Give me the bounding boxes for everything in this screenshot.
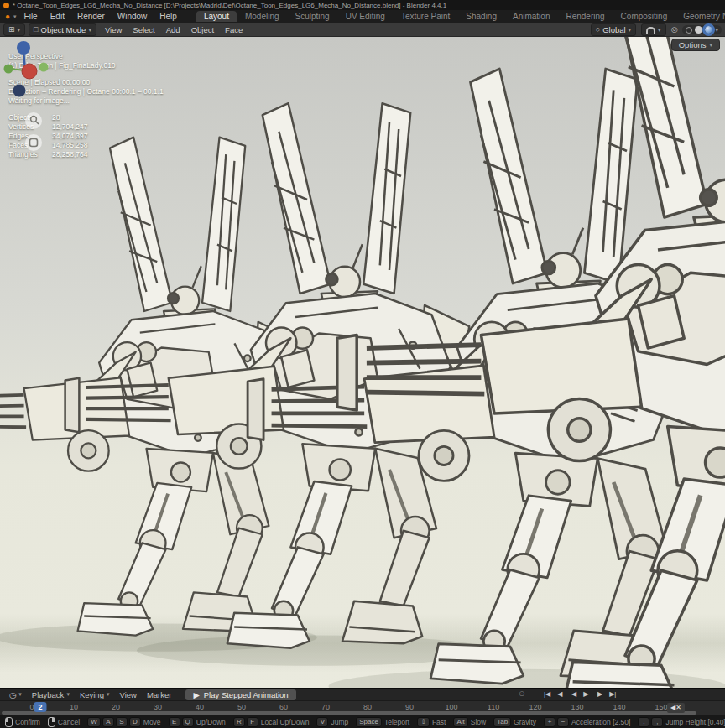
chevron-down-icon: ▾: [629, 27, 632, 34]
keymap-hint: RF Local Up/Down: [233, 717, 310, 727]
header-menu-item[interactable]: View: [100, 25, 127, 34]
menu-item[interactable]: Render: [71, 11, 111, 22]
hint-label: Jump: [331, 718, 348, 726]
chevron-down-icon: ▾: [715, 27, 718, 34]
jump-to-end-button[interactable]: ▶|: [607, 689, 618, 699]
hint-label: Jump Height [0.40]: [665, 718, 725, 726]
gizmo-y-neg-axis[interactable]: [39, 63, 49, 72]
frame-tick-label: 110: [488, 703, 499, 711]
workspace-tab[interactable]: Shading: [458, 11, 504, 22]
workspace-tab[interactable]: Rendering: [558, 11, 612, 22]
auto-keying-icon[interactable]: ⊙: [519, 689, 525, 698]
snap-magnet-icon: [646, 27, 655, 34]
frame-tick-label: 120: [529, 703, 541, 711]
left-mouse-icon: [5, 717, 13, 727]
pan-tool-button[interactable]: [25, 134, 42, 151]
blender-logo-icon[interactable]: ●: [5, 12, 10, 21]
workspace-tab[interactable]: Compositing: [613, 11, 675, 22]
timeline-editor-button[interactable]: ◷ ▾: [5, 690, 26, 699]
right-mouse-icon: [48, 717, 55, 727]
navigation-gizmo[interactable]: [0, 37, 50, 163]
workspace-tab[interactable]: Sculpting: [288, 11, 337, 22]
top-bar: ● ▾ FileEditRenderWindowHelp LayoutModel…: [0, 10, 725, 23]
hint-label: Slow: [471, 718, 486, 726]
options-label: Options: [679, 40, 707, 49]
frame-tick-label: 90: [405, 703, 414, 711]
object-mode-icon: □: [34, 26, 38, 34]
proportional-editing-icon[interactable]: ◎: [671, 26, 678, 34]
key-chip: −: [557, 717, 569, 727]
frame-tick-label: 140: [613, 703, 625, 711]
playback-menu[interactable]: Playback ▾: [28, 690, 74, 699]
header-menu-item[interactable]: Add: [161, 25, 185, 34]
workspace-tab[interactable]: Animation: [505, 11, 557, 22]
header-menu-item[interactable]: Object: [186, 25, 219, 34]
hint-label: Fast: [432, 718, 446, 726]
view-menu[interactable]: View: [115, 690, 140, 699]
keying-menu[interactable]: Keying ▾: [76, 690, 114, 699]
orientation-label: Global: [602, 25, 625, 34]
play-stepped-animation-button[interactable]: ▶ Play Stepped Animation: [185, 689, 295, 700]
blender-window: * Octane_Toon_Edges_LG6_Mecha_No_Distanc…: [0, 0, 725, 728]
mode-label: Object Mode: [41, 25, 86, 34]
key-chip: ,: [651, 717, 663, 727]
frame-tick-label: 80: [363, 703, 372, 711]
play-stepped-label: Play Stepped Animation: [204, 690, 289, 699]
transform-orientation-dropdown[interactable]: ○ Global ▾: [591, 23, 636, 36]
play-button[interactable]: ▶: [581, 689, 591, 699]
keymap-hint: Cancel: [48, 717, 80, 727]
keymap-hint: Tab Gravity: [493, 717, 536, 727]
keymap-hint: Confirm: [5, 717, 40, 727]
title-bar: * Octane_Toon_Edges_LG6_Mecha_No_Distanc…: [0, 0, 725, 10]
timeline-ruler[interactable]: 0102030405060708090100110120130140150 2 …: [0, 700, 725, 715]
chevron-down-icon: ▾: [658, 27, 661, 34]
3d-viewport[interactable]: User Perspective (1) Edge Toon | Fig_Fin…: [0, 37, 725, 688]
clock-icon: ◷: [9, 690, 16, 699]
playhead[interactable]: 2: [34, 702, 46, 712]
gizmo-y-axis[interactable]: [4, 65, 13, 74]
menu-item[interactable]: Window: [112, 11, 154, 22]
shading-wireframe-button[interactable]: [686, 27, 692, 34]
play-reverse-button[interactable]: ◀: [569, 689, 579, 699]
key-chip: D: [129, 717, 141, 727]
stat-value: 12,704,247: [52, 122, 88, 132]
mode-dropdown[interactable]: □ Object Mode ▾: [29, 23, 96, 36]
marker-menu[interactable]: Marker: [143, 690, 176, 699]
shading-solid-button[interactable]: [695, 26, 702, 34]
chevron-down-icon: ▾: [107, 691, 110, 698]
stat-value: 34,074,397: [52, 132, 88, 141]
hint-label: Move: [143, 718, 161, 726]
prev-keyframe-button[interactable]: ◀·: [555, 689, 567, 699]
mute-audio-icon[interactable]: ◀✕: [667, 703, 685, 713]
menu-item[interactable]: File: [18, 11, 44, 22]
frame-tick-label: 130: [571, 703, 583, 711]
chevron-down-icon: ▾: [18, 691, 22, 698]
header-menu-item[interactable]: Face: [220, 25, 248, 34]
key-chip: Alt: [453, 717, 467, 727]
menu-item[interactable]: Help: [154, 11, 183, 22]
globe-icon: ○: [596, 26, 600, 34]
gizmo-z-neg-axis[interactable]: [13, 85, 26, 97]
editor-type-button[interactable]: ⊞ ▾: [3, 23, 25, 36]
hint-label: Cancel: [58, 718, 80, 726]
chevron-down-icon: ▾: [709, 42, 712, 49]
jump-to-start-button[interactable]: |◀: [541, 689, 553, 699]
shading-rendered-button[interactable]: [705, 26, 712, 34]
blender-app-icon: [3, 3, 9, 8]
snap-dropdown[interactable]: ▾: [641, 23, 666, 36]
gizmo-x-axis[interactable]: [22, 64, 37, 79]
zoom-tool-button[interactable]: [25, 112, 42, 129]
workspace-tab[interactable]: UV Editing: [338, 11, 393, 22]
gizmo-z-axis[interactable]: [17, 41, 30, 55]
workspace-tab[interactable]: Modeling: [237, 11, 287, 22]
workspace-tab[interactable]: Geometry Nodes: [675, 11, 725, 22]
key-chip: E: [169, 717, 180, 727]
next-keyframe-button[interactable]: ·▶: [592, 689, 605, 699]
marker-label: Marker: [147, 690, 172, 699]
menu-item[interactable]: Edit: [44, 11, 70, 22]
options-dropdown[interactable]: Options ▾: [671, 39, 720, 51]
workspace-tab[interactable]: Texture Paint: [394, 11, 457, 22]
frame-tick-label: 150: [655, 703, 667, 711]
header-menu-item[interactable]: Select: [128, 25, 159, 34]
workspace-tab[interactable]: Layout: [196, 11, 237, 22]
